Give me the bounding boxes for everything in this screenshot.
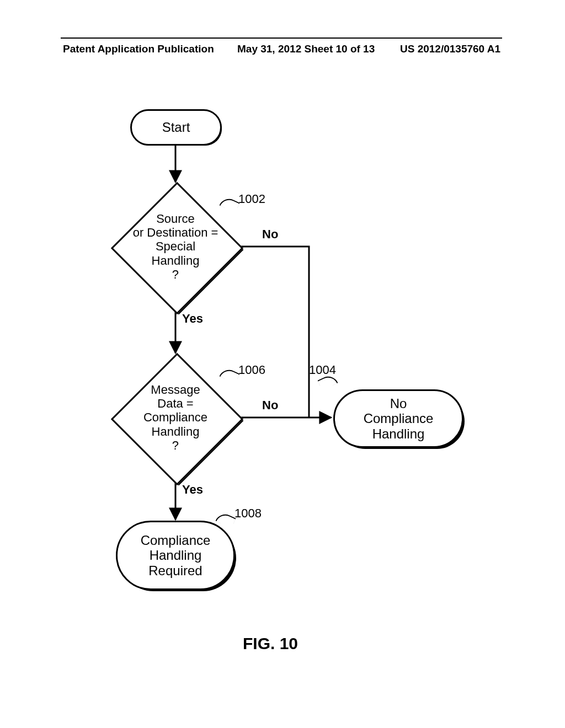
edge-yes-1: Yes [182,312,203,326]
page: Patent Application Publication May 31, 2… [0,0,565,728]
ref-1002: 1002 [238,192,265,206]
compliance-label: Compliance Handling Required [141,533,211,579]
arrowheads [0,0,565,728]
header-right: US 2012/0135760 A1 [400,43,500,55]
edge-no-1: No [262,227,278,242]
no-compliance-label: No Compliance Handling [364,396,434,442]
compliance-node: Compliance Handling Required [116,521,235,590]
start-node: Start [130,109,222,146]
ref-1006: 1006 [238,363,265,377]
decision-2-label: Message Data = Compliance Handling ? [143,383,207,452]
edge-no-2: No [262,398,278,413]
figure-caption: FIG. 10 [243,634,298,653]
header-left: Patent Application Publication [63,43,214,55]
ref-1008: 1008 [234,506,262,521]
start-label: Start [162,120,190,135]
ref-1004: 1004 [309,363,336,377]
decision-1-label: Source or Destination = Special Handling… [133,212,218,281]
no-compliance-node: No Compliance Handling [333,389,463,448]
decision-message-data: Message Data = Compliance Handling ? [112,354,239,481]
header-rule [61,38,502,39]
header-mid: May 31, 2012 Sheet 10 of 13 [237,43,375,55]
decision-source-destination: Source or Destination = Special Handling… [112,183,239,310]
edge-yes-2: Yes [182,483,203,497]
